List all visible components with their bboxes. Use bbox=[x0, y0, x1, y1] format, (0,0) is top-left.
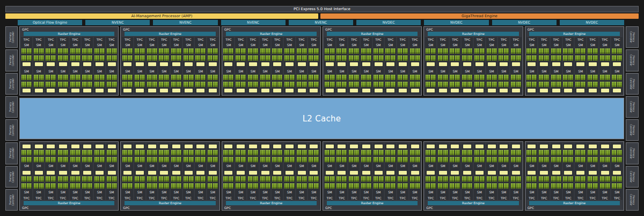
core-block bbox=[593, 82, 598, 87]
sm-block: SM bbox=[272, 143, 283, 169]
core-block bbox=[526, 75, 531, 80]
processor-bars-row: AI-Management Processor (AMP) GigaThread… bbox=[5, 13, 639, 19]
core-block bbox=[480, 48, 485, 54]
sm-unit-bar bbox=[613, 171, 621, 175]
core-block bbox=[236, 55, 240, 61]
tpc-label: TPC bbox=[161, 196, 167, 200]
tpc-label: TPC bbox=[250, 196, 256, 200]
sm-label: SM bbox=[376, 190, 381, 194]
core-row bbox=[438, 82, 448, 87]
memory-controller-label-line2: Controller bbox=[630, 190, 632, 209]
core-row bbox=[34, 55, 44, 61]
tpc-label: TPC bbox=[311, 37, 317, 41]
sm-block: SM bbox=[409, 68, 421, 94]
core-row bbox=[82, 75, 92, 80]
core-block bbox=[135, 75, 140, 80]
core-block bbox=[325, 48, 330, 54]
core-row bbox=[135, 150, 145, 155]
core-block bbox=[617, 150, 622, 155]
memory-controller-block: MemoryController bbox=[626, 26, 639, 48]
sm-unit-bar bbox=[237, 62, 245, 66]
core-block bbox=[297, 176, 302, 182]
core-row bbox=[511, 82, 521, 87]
sm-unit-bar bbox=[399, 145, 407, 148]
core-block bbox=[415, 55, 420, 61]
core-block bbox=[398, 150, 402, 155]
core-block bbox=[544, 75, 549, 80]
l2-cache-label: L2 Cache bbox=[303, 114, 341, 124]
sm-label: SM bbox=[275, 69, 280, 73]
core-block bbox=[391, 176, 396, 182]
core-row bbox=[284, 183, 295, 189]
core-block bbox=[467, 183, 472, 189]
core-row bbox=[122, 82, 133, 87]
core-block bbox=[374, 82, 378, 87]
core-row bbox=[336, 176, 347, 182]
sm-label: SM bbox=[388, 190, 393, 194]
core-row bbox=[21, 75, 32, 80]
sm-block: SM bbox=[409, 169, 421, 196]
core-block bbox=[575, 157, 580, 162]
core-block bbox=[309, 48, 313, 54]
core-block bbox=[462, 48, 467, 54]
core-block bbox=[563, 176, 568, 182]
core-block bbox=[107, 150, 112, 155]
core-block bbox=[314, 48, 319, 54]
core-row bbox=[325, 75, 335, 80]
core-row bbox=[284, 150, 295, 155]
tpc-column: TPCSMSM bbox=[385, 37, 396, 94]
tpc-column: TPCSMSM bbox=[575, 143, 586, 200]
tpc-label: TPC bbox=[149, 37, 155, 41]
sm-unit-bar bbox=[148, 171, 156, 175]
core-row bbox=[171, 82, 181, 87]
core-row bbox=[539, 176, 549, 182]
tpc-column: TPCSMSM bbox=[223, 143, 235, 200]
core-block bbox=[171, 75, 176, 80]
sm-unit-bar bbox=[540, 145, 548, 148]
core-row bbox=[374, 82, 384, 87]
core-block bbox=[314, 75, 319, 80]
sm-block: SM bbox=[563, 169, 574, 196]
sm-unit-bar bbox=[427, 145, 435, 148]
core-row bbox=[223, 183, 233, 189]
core-row bbox=[248, 176, 258, 182]
core-block bbox=[480, 55, 485, 61]
tpc-column: TPCSMSM bbox=[122, 143, 133, 200]
core-block bbox=[195, 82, 200, 87]
sm-block: SM bbox=[308, 169, 319, 196]
tpc-column: TPCSMSM bbox=[474, 37, 485, 94]
core-block bbox=[253, 150, 258, 155]
core-row bbox=[94, 82, 105, 87]
core-block bbox=[128, 75, 133, 80]
core-block bbox=[588, 176, 592, 182]
core-block bbox=[272, 55, 277, 61]
core-row bbox=[487, 183, 497, 189]
core-block bbox=[147, 75, 152, 80]
core-block bbox=[462, 157, 467, 162]
core-block bbox=[253, 75, 258, 80]
core-row bbox=[58, 150, 68, 155]
core-row bbox=[223, 150, 233, 155]
tpc-label: TPC bbox=[108, 37, 114, 41]
sm-label: SM bbox=[287, 190, 292, 194]
sm-block: SM bbox=[21, 143, 32, 169]
core-row bbox=[208, 82, 218, 87]
core-block bbox=[290, 176, 295, 182]
core-block bbox=[325, 75, 330, 80]
core-block bbox=[128, 157, 133, 162]
sm-block: SM bbox=[611, 68, 623, 94]
core-block bbox=[290, 150, 295, 155]
sm-block: SM bbox=[324, 169, 335, 196]
core-block bbox=[605, 48, 610, 54]
core-row bbox=[575, 183, 586, 189]
core-block bbox=[309, 150, 313, 155]
sm-block: SM bbox=[599, 68, 611, 94]
sm-block: SM bbox=[462, 169, 473, 196]
core-block bbox=[164, 157, 169, 162]
core-block bbox=[87, 75, 92, 80]
core-block bbox=[46, 157, 50, 162]
core-block bbox=[63, 55, 68, 61]
core-block bbox=[51, 157, 56, 162]
core-block bbox=[474, 157, 479, 162]
sm-block: SM bbox=[409, 143, 421, 169]
